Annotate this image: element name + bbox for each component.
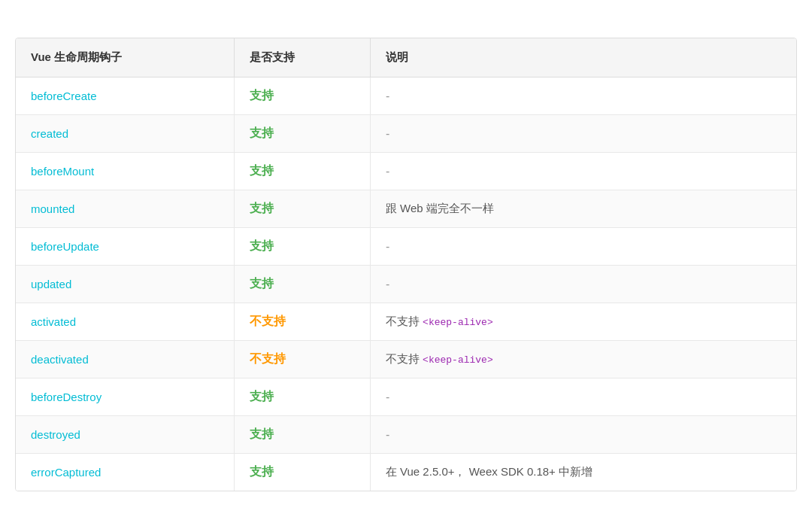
support-cell: 支持 <box>234 190 370 228</box>
hook-name-cell: mounted <box>16 190 234 228</box>
hook-name-cell: beforeUpdate <box>16 228 234 266</box>
table-row: created支持- <box>16 115 796 153</box>
table-row: beforeDestroy支持- <box>16 379 796 416</box>
description-cell: - <box>370 153 796 190</box>
support-badge: 不支持 <box>250 352 286 365</box>
hook-name-cell: beforeDestroy <box>16 379 234 416</box>
table-row: activated不支持不支持 <keep-alive> <box>16 303 796 341</box>
description-cell: 跟 Web 端完全不一样 <box>370 190 796 228</box>
hook-name: activated <box>31 315 76 328</box>
support-cell: 支持 <box>234 115 370 153</box>
hook-name: deactivated <box>31 353 89 366</box>
dash-indicator: - <box>386 428 389 441</box>
table-row: destroyed支持- <box>16 416 796 454</box>
hook-name-cell: beforeMount <box>16 153 234 190</box>
description-cell: 不支持 <keep-alive> <box>370 303 796 341</box>
hook-name: beforeDestroy <box>31 391 102 403</box>
desc-text: 跟 Web 端完全不一样 <box>386 202 494 214</box>
description-cell: - <box>370 228 796 266</box>
description-cell: - <box>370 266 796 303</box>
table-row: beforeCreate支持- <box>16 78 796 115</box>
support-cell: 支持 <box>234 379 370 416</box>
table-row: mounted支持跟 Web 端完全不一样 <box>16 190 796 228</box>
description-cell: - <box>370 115 796 153</box>
support-cell: 支持 <box>234 78 370 115</box>
support-cell: 支持 <box>234 266 370 303</box>
support-cell: 支持 <box>234 228 370 266</box>
desc-text: 不支持 <box>386 352 423 365</box>
dash-indicator: - <box>386 165 389 178</box>
table-row: beforeMount支持- <box>16 153 796 190</box>
support-badge: 支持 <box>250 164 274 177</box>
hook-name-cell: errorCaptured <box>16 454 234 491</box>
support-badge: 支持 <box>250 202 274 214</box>
col-header-desc: 说明 <box>370 38 796 78</box>
table-row: deactivated不支持不支持 <keep-alive> <box>16 341 796 379</box>
hook-name-cell: beforeCreate <box>16 78 234 115</box>
support-badge: 支持 <box>250 126 274 139</box>
support-cell: 支持 <box>234 454 370 491</box>
support-cell: 不支持 <box>234 303 370 341</box>
support-badge: 支持 <box>250 465 274 478</box>
dash-indicator: - <box>386 278 389 290</box>
support-badge: 支持 <box>250 427 274 440</box>
dash-indicator: - <box>386 90 389 102</box>
description-cell: - <box>370 78 796 115</box>
support-cell: 支持 <box>234 416 370 454</box>
hook-name-cell: deactivated <box>16 341 234 379</box>
hook-name: beforeCreate <box>31 90 97 102</box>
table-row: beforeUpdate支持- <box>16 228 796 266</box>
desc-text: 不支持 <box>386 315 423 327</box>
support-badge: 不支持 <box>250 315 286 327</box>
code-tag: <keep-alive> <box>423 317 493 328</box>
hook-name: beforeMount <box>31 165 94 178</box>
dash-indicator: - <box>386 127 389 140</box>
col-header-hook: Vue 生命周期钩子 <box>16 38 234 78</box>
support-badge: 支持 <box>250 277 274 290</box>
table-row: errorCaptured支持在 Vue 2.5.0+， Weex SDK 0.… <box>16 454 796 491</box>
hook-name-cell: activated <box>16 303 234 341</box>
support-cell: 不支持 <box>234 341 370 379</box>
support-badge: 支持 <box>250 239 274 252</box>
support-badge: 支持 <box>250 390 274 403</box>
support-badge: 支持 <box>250 89 274 102</box>
hook-name-cell: updated <box>16 266 234 303</box>
hook-name: created <box>31 127 68 140</box>
lifecycle-table: Vue 生命周期钩子 是否支持 说明 beforeCreate支持-create… <box>15 38 797 491</box>
table-row: updated支持- <box>16 266 796 303</box>
dash-indicator: - <box>386 240 389 253</box>
hook-name: errorCaptured <box>31 466 101 479</box>
desc-text: 在 Vue 2.5.0+， Weex SDK 0.18+ 中新增 <box>386 465 592 478</box>
description-cell: - <box>370 416 796 454</box>
col-header-support: 是否支持 <box>234 38 370 78</box>
hook-name: destroyed <box>31 428 80 441</box>
hook-name-cell: destroyed <box>16 416 234 454</box>
code-tag: <keep-alive> <box>423 354 493 366</box>
hook-name-cell: created <box>16 115 234 153</box>
hook-name: updated <box>31 278 71 290</box>
description-cell: 不支持 <keep-alive> <box>370 341 796 379</box>
hook-name: beforeUpdate <box>31 240 99 253</box>
hook-name: mounted <box>31 202 74 215</box>
description-cell: - <box>370 379 796 416</box>
table-header-row: Vue 生命周期钩子 是否支持 说明 <box>16 38 796 78</box>
description-cell: 在 Vue 2.5.0+， Weex SDK 0.18+ 中新增 <box>370 454 796 491</box>
dash-indicator: - <box>386 391 389 403</box>
support-cell: 支持 <box>234 153 370 190</box>
